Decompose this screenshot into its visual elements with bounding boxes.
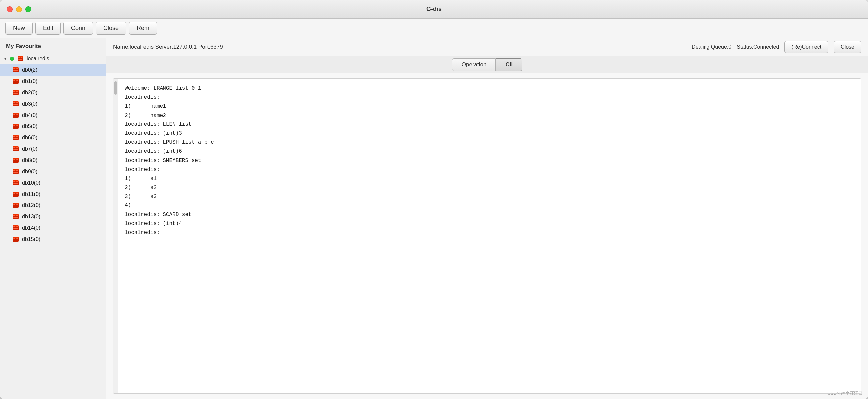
svg-rect-54 [13, 172, 18, 173]
cli-line: localredis: SCARD set [125, 210, 855, 220]
svg-rect-22 [13, 102, 15, 103]
db-label-13: db13(0) [22, 214, 40, 220]
db-label-5: db5(0) [22, 124, 37, 129]
db-item-1[interactable]: db1(0) [0, 76, 106, 87]
db-label-1: db1(0) [22, 78, 37, 84]
svg-rect-58 [16, 181, 18, 182]
tree-root-node[interactable]: ▼ localredis [0, 53, 106, 64]
db-icon-9 [12, 168, 19, 175]
db-icon-8 [12, 157, 19, 164]
db-icon-5 [12, 123, 19, 130]
rem-button[interactable]: Rem [129, 22, 157, 35]
cli-content[interactable]: Welcome: LRANGE list 0 1localredis:1) na… [118, 78, 861, 394]
db-label-12: db12(0) [22, 202, 40, 208]
svg-rect-2 [18, 58, 20, 59]
cli-line: 2) s2 [125, 183, 855, 192]
connection-status-dot [10, 57, 14, 61]
db-item-2[interactable]: db2(0) [0, 87, 106, 98]
db-item-13[interactable]: db13(0) [0, 211, 106, 223]
close-toolbar-button[interactable]: Close [96, 22, 126, 35]
window-title: G-dis [426, 6, 442, 12]
svg-rect-63 [16, 193, 18, 194]
svg-rect-73 [16, 215, 18, 216]
db-item-4[interactable]: db4(0) [0, 109, 106, 121]
db-icon-12 [12, 202, 19, 209]
db-item-9[interactable]: db9(0) [0, 166, 106, 177]
db-label-11: db11(0) [22, 191, 40, 197]
db-item-14[interactable]: db14(0) [0, 223, 106, 234]
svg-rect-59 [13, 183, 18, 184]
db-label-10: db10(0) [22, 180, 40, 186]
cli-line: localredis: (int)3 [125, 129, 855, 138]
cli-line: localredis: [125, 228, 855, 237]
db-item-5[interactable]: db5(0) [0, 121, 106, 132]
db-label-14: db14(0) [22, 225, 40, 231]
svg-rect-7 [13, 68, 15, 69]
svg-rect-79 [13, 228, 18, 229]
close-connection-button[interactable]: Close [834, 41, 861, 53]
svg-rect-18 [16, 91, 18, 92]
svg-rect-17 [13, 91, 15, 92]
db-item-8[interactable]: db8(0) [0, 155, 106, 166]
svg-rect-78 [16, 226, 18, 227]
cli-scrollbar-thumb[interactable] [114, 81, 117, 95]
svg-rect-19 [13, 93, 18, 94]
minimize-window-button[interactable] [16, 6, 22, 12]
maximize-window-button[interactable] [25, 6, 31, 12]
db-icon-4 [12, 111, 19, 119]
cli-line: 2) name2 [125, 111, 855, 120]
svg-rect-77 [13, 226, 15, 227]
cli-line: Welcome: LRANGE list 0 1 [125, 84, 855, 93]
watermark: CSDN @小汪汪口 [828, 390, 863, 396]
edit-button[interactable]: Edit [35, 22, 61, 35]
db-item-10[interactable]: db10(0) [0, 177, 106, 189]
svg-rect-67 [13, 204, 15, 205]
svg-rect-27 [13, 113, 15, 114]
db-item-6[interactable]: db6(0) [0, 132, 106, 143]
tab-cli[interactable]: Cli [496, 59, 522, 71]
db-label-2: db2(0) [22, 90, 37, 96]
title-bar: G-dis [0, 0, 868, 19]
svg-rect-29 [13, 115, 18, 116]
cli-line: localredis: LPUSH list a b c [125, 138, 855, 147]
svg-rect-64 [13, 195, 18, 195]
svg-rect-53 [16, 170, 18, 171]
main-content: My Favourite ▼ localredis [0, 38, 868, 399]
db-item-0[interactable]: db0(2) [0, 64, 106, 76]
svg-rect-34 [13, 127, 18, 128]
svg-rect-52 [13, 170, 15, 171]
db-label-6: db6(0) [22, 135, 37, 141]
db-item-7[interactable]: db7(0) [0, 143, 106, 155]
main-window: G-dis New Edit Conn Close Rem My Favouri… [0, 0, 868, 399]
cli-line: 4) [125, 201, 855, 210]
svg-rect-3 [21, 58, 22, 59]
reconnect-button[interactable]: (Re)Connect [784, 41, 829, 53]
svg-rect-38 [16, 136, 18, 137]
cli-scrollbar[interactable] [113, 78, 118, 394]
tab-operation[interactable]: Operation [452, 59, 496, 71]
svg-rect-13 [16, 80, 18, 81]
new-button[interactable]: New [5, 22, 33, 35]
svg-rect-12 [13, 80, 15, 81]
sidebar: My Favourite ▼ localredis [0, 38, 106, 399]
cli-line: 1) s1 [125, 174, 855, 183]
db-item-11[interactable]: db11(0) [0, 189, 106, 200]
db-icon-3 [12, 100, 19, 107]
svg-rect-23 [16, 102, 18, 103]
db-icon-1 [12, 78, 19, 85]
db-item-3[interactable]: db3(0) [0, 98, 106, 109]
db-icon-15 [12, 236, 19, 243]
sidebar-header: My Favourite [0, 38, 106, 53]
cli-line: localredis: (int)6 [125, 147, 855, 156]
svg-rect-9 [13, 70, 18, 71]
svg-rect-32 [13, 125, 15, 126]
db-item-12[interactable]: db12(0) [0, 200, 106, 211]
conn-button[interactable]: Conn [63, 22, 93, 35]
redis-icon [17, 55, 24, 62]
close-window-button[interactable] [7, 6, 12, 12]
db-item-15[interactable]: db15(0) [0, 234, 106, 245]
svg-rect-37 [13, 136, 15, 137]
cli-cursor [163, 230, 163, 236]
connection-info: Name:localredis Server:127.0.0.1 Port:63… [113, 44, 685, 51]
svg-rect-47 [13, 159, 15, 160]
